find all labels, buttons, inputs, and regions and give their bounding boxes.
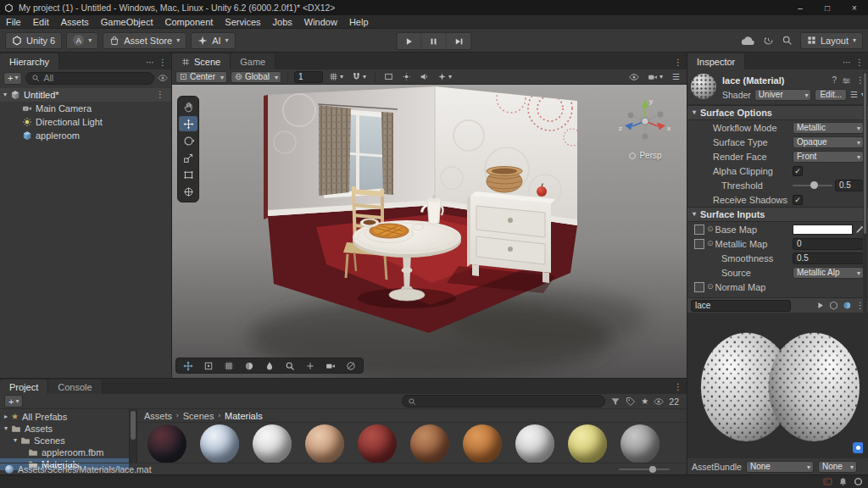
material-thumbnail[interactable] — [358, 424, 397, 463]
save-search-icon[interactable]: ★ — [641, 397, 648, 406]
rect-tool-button[interactable] — [179, 167, 198, 182]
material-thumbnail[interactable] — [568, 424, 607, 463]
menu-item-window[interactable]: Window — [298, 15, 343, 28]
camera-overlay-icon[interactable] — [321, 359, 340, 372]
axis-y-label[interactable]: y — [649, 97, 653, 105]
tab-console[interactable]: Console — [48, 380, 102, 394]
hierarchy-item-directional-light[interactable]: Directional Light — [0, 115, 171, 129]
hierarchy-item-appleroom[interactable]: appleroom — [0, 129, 171, 142]
expand-icon[interactable]: ▾ — [14, 437, 17, 444]
object-picker-icon[interactable]: ⊙ — [707, 225, 714, 233]
menu-item-services[interactable]: Services — [219, 15, 266, 28]
metallic-map-field[interactable]: 0 — [793, 238, 864, 250]
assetbundle-dropdown[interactable]: None — [746, 461, 814, 473]
material-thumbnail[interactable] — [515, 424, 554, 463]
surface-options-header[interactable]: ▾ Surface Options — [687, 105, 868, 120]
move-tool-button[interactable] — [179, 116, 198, 131]
metallic-map-texture-slot[interactable] — [694, 239, 704, 249]
scale-tool-button[interactable] — [179, 150, 198, 165]
menu-item-component[interactable]: Component — [159, 15, 219, 28]
menu-item-file[interactable]: File — [0, 15, 27, 28]
paint-overlay-icon[interactable] — [260, 359, 279, 372]
cloud-icon[interactable] — [741, 36, 755, 46]
help-icon[interactable]: ? — [832, 76, 837, 85]
notification-bell-icon[interactable] — [838, 477, 848, 486]
hidden-items-eye-icon[interactable] — [654, 396, 664, 407]
assetbundle-variant-dropdown[interactable]: None — [818, 461, 857, 473]
history-icon[interactable] — [763, 35, 774, 46]
receive-shadows-checkbox[interactable]: ✓ — [793, 195, 803, 205]
scene-lighting-button[interactable] — [399, 71, 414, 83]
scene-camera-button[interactable]: ▾ — [645, 71, 665, 83]
filter-label-icon[interactable] — [626, 396, 636, 407]
breadcrumb-scenes[interactable]: Scenes — [183, 411, 214, 421]
alpha-clipping-checkbox[interactable]: ✓ — [793, 166, 803, 176]
base-map-color-swatch[interactable] — [793, 225, 853, 235]
tree-item-all-prefabs[interactable]: ▸ ★ All Prefabs — [0, 411, 129, 423]
scene-header-row[interactable]: ▾ Untitled* ⋮ — [0, 88, 171, 102]
panel-more-icon[interactable]: ⋯ — [843, 58, 851, 67]
material-thumbnail[interactable] — [620, 424, 659, 463]
hierarchy-item-main-camera[interactable]: Main Camera — [0, 102, 171, 115]
surface-inputs-header[interactable]: ▾ Surface Inputs — [687, 207, 868, 222]
material-thumbnail[interactable] — [305, 424, 344, 463]
material-preview-area[interactable] — [687, 313, 868, 458]
material-thumbnail[interactable] — [200, 424, 239, 463]
scene-visibility-button[interactable] — [626, 71, 642, 83]
surface-type-dropdown[interactable]: Opaque — [793, 136, 864, 148]
grid-size-field[interactable]: 1 — [294, 71, 323, 83]
pivot-overlay-icon[interactable] — [199, 359, 218, 372]
project-search-input[interactable] — [402, 395, 605, 408]
slider-thumb[interactable] — [810, 181, 818, 189]
menu-item-edit[interactable]: Edit — [27, 15, 55, 28]
snap-button[interactable]: ▾ — [349, 71, 369, 83]
scene-viewport[interactable]: y x z Persp — [172, 85, 687, 378]
scene-menu-icon[interactable]: ⋮ — [156, 91, 164, 99]
render-face-dropdown[interactable]: Front — [793, 151, 864, 163]
pan-overlay-icon[interactable] — [301, 359, 320, 372]
axis-gizmo-icon[interactable]: y x z — [614, 90, 676, 152]
transform-tool-button[interactable] — [179, 184, 198, 199]
scene-effects-button[interactable]: ▾ — [435, 71, 454, 83]
menu-item-assets[interactable]: Assets — [55, 15, 95, 28]
tab-hierarchy[interactable]: Hierarchy — [0, 53, 59, 69]
scene-orientation-gizmo[interactable]: y x z Persp — [614, 90, 676, 160]
material-thumbnail[interactable] — [147, 424, 186, 463]
move-overlay-icon[interactable] — [179, 359, 198, 372]
scene-audio-button[interactable] — [417, 71, 431, 83]
threshold-field[interactable]: 0.5 — [835, 180, 864, 191]
thumbnail-size-slider[interactable] — [619, 469, 670, 470]
add-gameobject-button[interactable]: + ▾ — [3, 72, 22, 85]
preview-name-field[interactable]: lace — [691, 300, 791, 312]
account-button[interactable]: A ▾ — [66, 32, 98, 49]
expand-icon[interactable]: ▾ — [4, 425, 8, 432]
expand-icon[interactable]: ▸ — [4, 413, 8, 420]
search-icon[interactable] — [782, 35, 793, 46]
hierarchy-search-input[interactable]: All — [25, 72, 154, 85]
slider-thumb[interactable] — [649, 466, 656, 473]
maximize-button[interactable]: □ — [814, 0, 841, 15]
rotate-tool-button[interactable] — [179, 133, 198, 148]
panel-menu-icon[interactable]: ⋮ — [159, 58, 167, 67]
menu-item-help[interactable]: Help — [343, 15, 375, 28]
tab-scene[interactable]: Scene — [172, 53, 231, 69]
project-tree-scrollbar[interactable] — [129, 409, 136, 463]
panel-more-icon[interactable]: ⋯ — [146, 58, 154, 67]
material-thumbnail[interactable] — [253, 424, 292, 463]
minimize-button[interactable]: – — [787, 0, 814, 15]
material-thumbnail[interactable] — [410, 424, 449, 463]
panel-menu-icon[interactable]: ⋮ — [674, 58, 682, 67]
inspector-scrollbar[interactable] — [863, 71, 867, 454]
breadcrumb-assets[interactable]: Assets — [144, 411, 172, 421]
tree-item-appleroom-fbm[interactable]: appleroom.fbm — [0, 446, 129, 458]
tree-item-assets[interactable]: ▾ Assets — [0, 423, 129, 435]
material-thumbnail[interactable] — [463, 424, 502, 463]
shading-overlay-icon[interactable] — [240, 359, 259, 372]
hand-tool-button[interactable] — [179, 99, 198, 114]
scene-3d-render[interactable] — [172, 85, 687, 378]
preview-sphere-icon[interactable] — [843, 301, 852, 310]
smoothness-field[interactable]: 0.5 — [793, 252, 864, 264]
preview-play-icon[interactable] — [815, 301, 825, 310]
tab-inspector[interactable]: Inspector — [687, 53, 745, 69]
panel-menu-icon[interactable]: ⋮ — [674, 383, 682, 391]
